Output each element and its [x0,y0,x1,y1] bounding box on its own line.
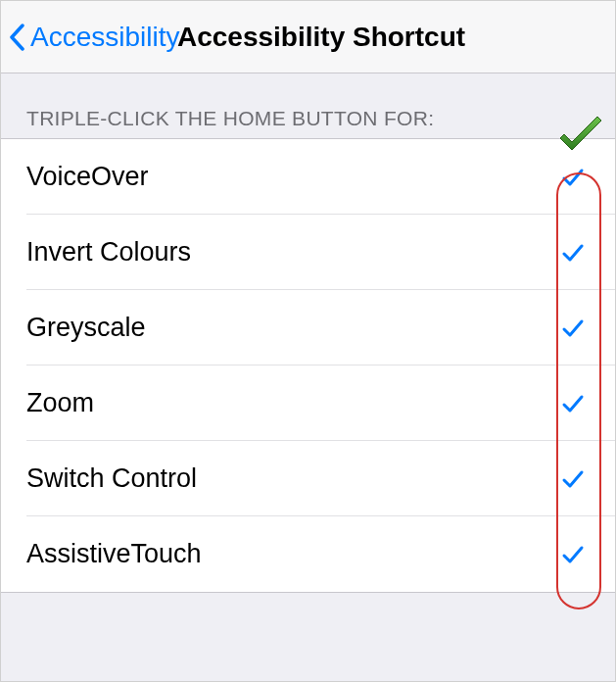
option-voiceover[interactable]: VoiceOver [1,139,615,215]
section-header: TRIPLE-CLICK THE HOME BUTTON FOR: [26,107,434,130]
option-invert-colours[interactable]: Invert Colours [1,215,615,290]
option-greyscale[interactable]: Greyscale [1,290,615,365]
option-switch-control[interactable]: Switch Control [1,441,615,516]
option-label: Greyscale [26,313,560,343]
checkmark-icon [560,316,586,341]
options-list: VoiceOver Invert Colours Greyscale Zoom … [1,138,615,593]
section-gap: TRIPLE-CLICK THE HOME BUTTON FOR: [1,73,615,138]
chevron-left-icon [9,24,26,51]
option-label: VoiceOver [26,162,560,192]
back-label: Accessibility [30,22,179,53]
checkmark-icon [560,466,586,492]
option-zoom[interactable]: Zoom [1,365,615,441]
option-assistivetouch[interactable]: AssistiveTouch [1,516,615,592]
navbar: Accessibility Accessibility Shortcut [1,1,615,73]
checkmark-icon [560,240,586,266]
option-label: Invert Colours [26,237,560,268]
option-label: AssistiveTouch [26,539,560,569]
back-button[interactable]: Accessibility [9,1,179,73]
checkmark-icon [560,391,586,416]
option-label: Zoom [26,388,560,418]
option-label: Switch Control [26,463,560,494]
checkmark-icon [560,542,586,567]
checkmark-icon [560,165,586,190]
